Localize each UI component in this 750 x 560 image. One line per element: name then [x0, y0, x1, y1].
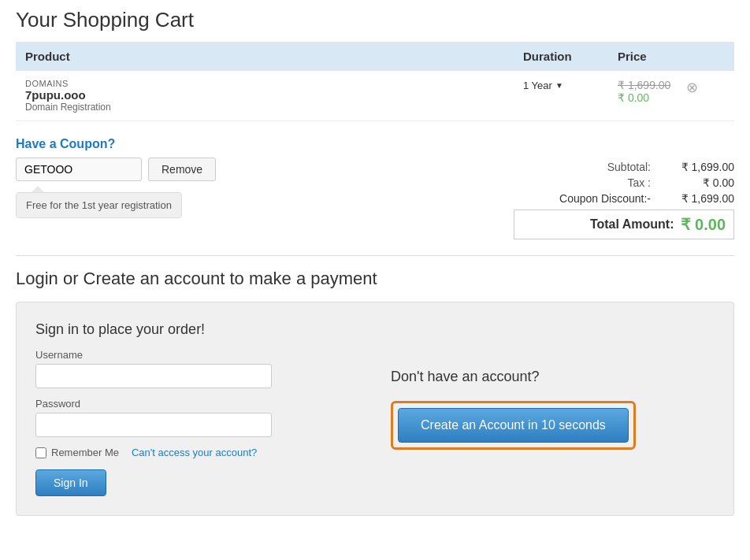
- login-register-panel: Sign in to place your order! Username Pa…: [16, 302, 734, 516]
- duration-value: 1 Year: [523, 80, 552, 91]
- username-input[interactable]: [35, 364, 272, 388]
- page-title: Your Shopping Cart: [16, 8, 734, 32]
- remember-me-checkbox[interactable]: [35, 447, 46, 458]
- duration-selector[interactable]: 1 Year ▼: [523, 80, 563, 91]
- chevron-down-icon: ▼: [555, 81, 563, 90]
- item-current-price: ₹ 0.00: [618, 91, 670, 104]
- col-product: Product: [16, 42, 514, 71]
- total-value: ₹ 0.00: [681, 215, 726, 234]
- discount-label: Coupon Discount:-: [540, 192, 651, 205]
- register-title: Don't have an account?: [391, 369, 540, 385]
- item-original-price: ₹ 1,699.00: [618, 79, 670, 91]
- discount-value: ₹ 1,699.00: [655, 192, 734, 205]
- username-label: Username: [35, 349, 359, 361]
- register-section: Don't have an account? Create an Account…: [391, 321, 715, 496]
- remember-me-label: Remember Me: [51, 447, 119, 458]
- total-row: Total Amount: ₹ 0.00: [514, 210, 734, 239]
- item-label: Domain Registration: [25, 102, 504, 113]
- subtotal-value: ₹ 1,699.00: [655, 161, 734, 173]
- subtotal-label: Subtotal:: [540, 161, 651, 173]
- password-input[interactable]: [35, 413, 272, 437]
- cant-access-link[interactable]: Can't access your account?: [132, 447, 257, 458]
- coupon-message-wrapper: Free for the 1st year registration: [16, 186, 514, 218]
- coupon-arrow: [32, 186, 44, 192]
- create-account-wrapper: Create an Account in 10 seconds: [391, 401, 636, 450]
- col-duration: Duration: [514, 42, 608, 71]
- remove-item-button[interactable]: ⊗: [686, 79, 698, 96]
- section-divider: [16, 255, 734, 256]
- sign-in-button[interactable]: Sign In: [35, 469, 106, 496]
- tax-label: Tax :: [540, 176, 651, 189]
- item-type: DOMAINS: [25, 79, 504, 88]
- item-name: 7pupu.ooo: [25, 88, 504, 102]
- cart-table: Product Duration Price DOMAINS 7pupu.ooo…: [16, 42, 734, 121]
- order-summary: Subtotal: ₹ 1,699.00 Tax : ₹ 0.00 Coupon…: [514, 137, 734, 239]
- password-label: Password: [35, 398, 359, 410]
- coupon-label: Have a Coupon?: [16, 137, 514, 151]
- cart-item-row: DOMAINS 7pupu.ooo Domain Registration 1 …: [16, 71, 734, 121]
- tax-value: ₹ 0.00: [655, 176, 734, 189]
- login-section: Sign in to place your order! Username Pa…: [35, 321, 359, 496]
- coupon-message: Free for the 1st year registration: [16, 192, 182, 218]
- coupon-input[interactable]: [16, 158, 142, 181]
- col-price: Price: [608, 42, 734, 71]
- remove-coupon-button[interactable]: Remove: [148, 158, 216, 181]
- payment-section-title: Login or Create an account to make a pay…: [16, 269, 734, 289]
- create-account-button[interactable]: Create an Account in 10 seconds: [398, 408, 629, 443]
- coupon-section: Have a Coupon? Remove Free for the 1st y…: [16, 137, 514, 218]
- login-title: Sign in to place your order!: [35, 321, 359, 338]
- total-label: Total Amount:: [590, 217, 674, 232]
